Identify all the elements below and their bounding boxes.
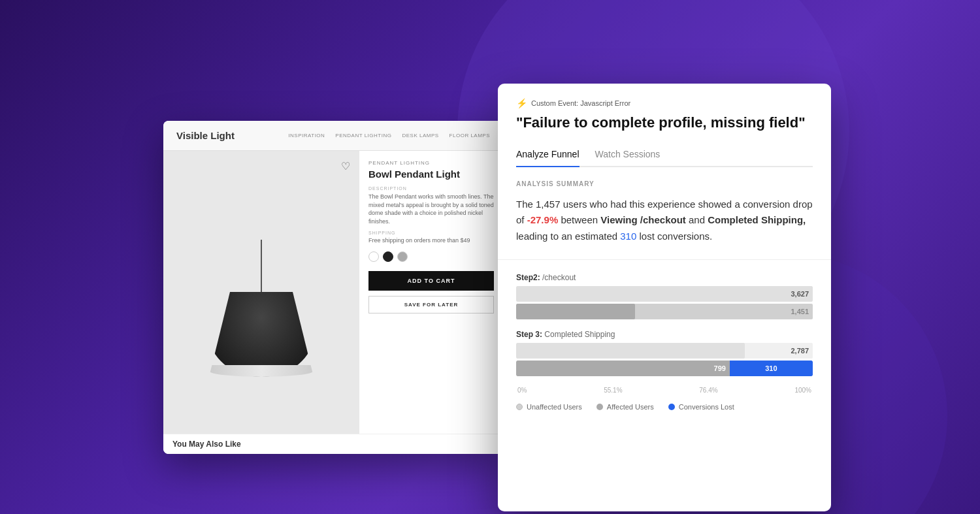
swatch-black[interactable] bbox=[383, 251, 393, 262]
section-divider bbox=[498, 259, 831, 260]
lamp-cord bbox=[261, 240, 262, 292]
analytics-panel: ⚡ Custom Event: Javascript Error "Failur… bbox=[498, 84, 831, 511]
x-axis-100: 100% bbox=[794, 387, 811, 394]
you-may-like-label: You May Also Like bbox=[163, 434, 503, 454]
swatch-gray[interactable] bbox=[397, 251, 408, 262]
product-description: The Bowl Pendant works with smooth lines… bbox=[368, 193, 494, 225]
step3-bar2-track: 799 310 bbox=[516, 361, 813, 376]
save-for-later-button[interactable]: SAVE FOR LATER bbox=[368, 296, 494, 313]
step2-bar2-value: 1,451 bbox=[791, 308, 809, 315]
shipping-info: Free shipping on orders more than $49 bbox=[368, 237, 494, 244]
step3-bar1-value: 2,787 bbox=[791, 347, 809, 355]
legend-dot-unaffected bbox=[516, 404, 523, 410]
color-swatches bbox=[368, 251, 494, 262]
ecom-header: Visible Light INSPIRATION PENDANT LIGHTI… bbox=[163, 121, 503, 151]
event-type-text: Custom Event: Javascript Error bbox=[531, 99, 630, 107]
nav-item-inspiration[interactable]: INSPIRATION bbox=[288, 133, 325, 138]
legend-dot-conversions-lost bbox=[668, 404, 675, 410]
step3-blue-value: 310 bbox=[765, 364, 777, 372]
analysis-section-label: ANALYSIS SUMMARY bbox=[516, 180, 813, 187]
tab-watch-sessions[interactable]: Watch Sessions bbox=[595, 142, 661, 167]
step2-bar1-fill bbox=[516, 286, 813, 302]
step-from: Viewing /checkout bbox=[600, 214, 686, 225]
wishlist-icon[interactable]: ♡ bbox=[341, 160, 350, 172]
step3-blue-segment: 310 bbox=[730, 361, 813, 376]
legend-label-unaffected: Unaffected Users bbox=[527, 403, 582, 411]
step2-bar1-track: 3,627 bbox=[516, 286, 813, 302]
step3-gray-value: 799 bbox=[714, 364, 726, 372]
step2-bar2-track: 1,451 bbox=[516, 304, 813, 319]
legend-unaffected: Unaffected Users bbox=[516, 403, 582, 411]
funnel-step3: Step 3: Completed Shipping 2,787 799 310 bbox=[516, 330, 813, 376]
x-axis-764: 76.4% bbox=[699, 387, 717, 394]
shipping-label: SHIPPING bbox=[368, 231, 494, 235]
legend-label-conversions-lost: Conversions Lost bbox=[679, 403, 734, 411]
legend-dot-affected bbox=[596, 404, 603, 410]
step2-bar1-value: 3,627 bbox=[791, 290, 809, 298]
nav-item-desk[interactable]: DESK LAMPS bbox=[402, 133, 438, 138]
step2-name: /checkout bbox=[542, 273, 576, 282]
ecom-nav: INSPIRATION PENDANT LIGHTING DESK LAMPS … bbox=[288, 133, 490, 138]
event-label: ⚡ Custom Event: Javascript Error bbox=[516, 98, 813, 108]
bolt-icon: ⚡ bbox=[516, 98, 527, 108]
ecommerce-card: Visible Light INSPIRATION PENDANT LIGHTI… bbox=[163, 121, 503, 454]
x-axis: 0% 55.1% 76.4% 100% bbox=[516, 387, 813, 394]
ecom-body: ♡ Reviews ★★★★☆ EXPAND + PENDANT LIGHTIN… bbox=[163, 151, 503, 453]
legend-conversions-lost: Conversions Lost bbox=[668, 403, 734, 411]
description-label: DESCRIPTION bbox=[368, 186, 494, 191]
step2-label: Step2: /checkout bbox=[516, 273, 813, 282]
lost-conversions-count: 310 bbox=[620, 231, 636, 242]
step3-bar1-fill bbox=[516, 343, 745, 359]
drop-percentage: -27.9% bbox=[527, 214, 559, 225]
product-category: PENDANT LIGHTING bbox=[368, 160, 494, 166]
step-to: Completed Shipping, bbox=[708, 214, 806, 225]
product-name: Bowl Pendant Light bbox=[368, 169, 494, 180]
step3-gray-segment: 799 bbox=[516, 361, 730, 376]
step2-num: Step2: bbox=[516, 273, 540, 282]
nav-item-pendant[interactable]: PENDANT LIGHTING bbox=[335, 133, 391, 138]
step3-bar2-stacked: 799 310 bbox=[516, 361, 813, 376]
tab-bar: Analyze Funnel Watch Sessions bbox=[516, 142, 813, 167]
nav-item-floor[interactable]: FLOOR LAMPS bbox=[449, 133, 490, 138]
analysis-summary-text: The 1,457 users who had this experience … bbox=[516, 197, 813, 245]
step3-num: Step 3: bbox=[516, 330, 542, 339]
legend-affected: Affected Users bbox=[596, 403, 654, 411]
lamp-illustration bbox=[209, 227, 314, 377]
step3-name: Completed Shipping bbox=[544, 330, 615, 339]
swatch-white[interactable] bbox=[368, 251, 379, 262]
ecom-logo: Visible Light bbox=[176, 130, 235, 141]
panel-header: ⚡ Custom Event: Javascript Error "Failur… bbox=[498, 84, 831, 167]
step3-label: Step 3: Completed Shipping bbox=[516, 330, 813, 339]
add-to-cart-button[interactable]: ADD TO CART bbox=[368, 271, 494, 291]
users-count: 1,457 bbox=[536, 199, 561, 210]
ecom-details: PENDANT LIGHTING Bowl Pendant Light DESC… bbox=[359, 151, 503, 453]
x-axis-551: 55.1% bbox=[604, 387, 622, 394]
ecom-product-image-area: ♡ Reviews ★★★★☆ EXPAND + bbox=[163, 151, 359, 453]
lamp-shade bbox=[209, 292, 314, 377]
step3-bar1-track: 2,787 bbox=[516, 343, 813, 359]
chart-legend: Unaffected Users Affected Users Conversi… bbox=[516, 403, 813, 411]
event-title: "Failure to complete profile, missing fi… bbox=[516, 114, 813, 132]
tab-analyze-funnel[interactable]: Analyze Funnel bbox=[516, 142, 580, 167]
funnel-step2: Step2: /checkout 3,627 1,451 bbox=[516, 273, 813, 319]
step2-bar2-fill bbox=[516, 304, 635, 319]
panel-body: ANALYSIS SUMMARY The 1,457 users who had… bbox=[498, 167, 831, 512]
x-axis-0: 0% bbox=[517, 387, 527, 394]
legend-label-affected: Affected Users bbox=[607, 403, 654, 411]
